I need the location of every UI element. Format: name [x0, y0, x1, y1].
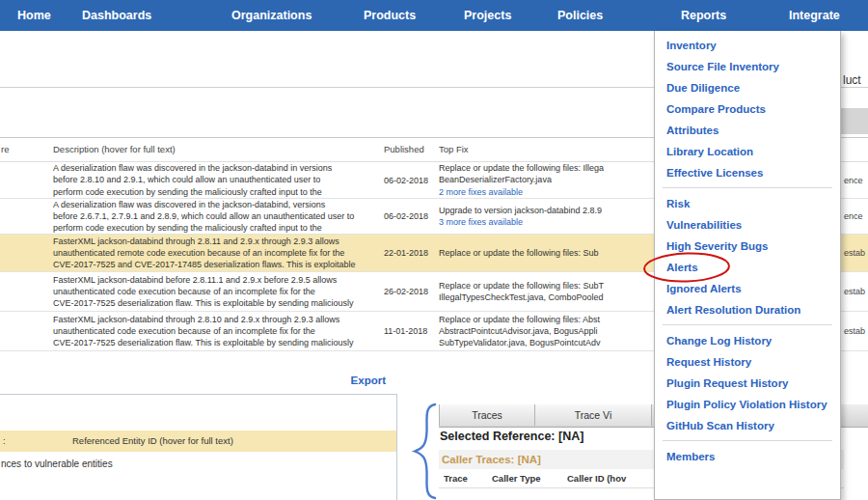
top-fix-cell: Replace or update the following files: S… [439, 235, 651, 271]
col-header-published[interactable]: Published [384, 137, 424, 161]
col-header-trace[interactable]: Trace [444, 473, 468, 484]
nav-item-integrate[interactable]: Integrate [789, 9, 840, 22]
more-fixes-link[interactable]: 3 more fixes available [439, 216, 651, 228]
menu-item-alerts[interactable]: Alerts [655, 257, 840, 278]
published-date: 11-01-2018 [384, 312, 427, 350]
menu-item-vulnerabilities[interactable]: Vulnerabilities [655, 214, 840, 236]
vuln-description: A deserialization flaw was discovered in… [53, 162, 391, 198]
menu-item-members[interactable]: Members [655, 446, 840, 467]
tab-traces[interactable]: Traces [439, 404, 535, 426]
ref-header-entity-id[interactable]: Referenced Entity ID (hover for full tex… [72, 431, 233, 452]
menu-item-risk[interactable]: Risk [655, 193, 840, 214]
menu-item-alert-resolution-duration[interactable]: Alert Resolution Duration [655, 299, 840, 320]
nav-item-reports[interactable]: Reports [681, 9, 726, 22]
menu-item-high-severity-bugs[interactable]: High Severity Bugs [655, 236, 840, 257]
published-date: 06-02-2018 [384, 162, 428, 198]
published-date: 06-02-2018 [384, 199, 428, 234]
top-fix-cell: Replace or update the following files: I… [439, 162, 651, 198]
vuln-description: A deserialization flaw was discovered in… [53, 199, 391, 234]
menu-item-plugin-request-history[interactable]: Plugin Request History [655, 373, 840, 394]
top-fix-cell: Replace or update the following files: A… [439, 312, 651, 350]
menu-divider [663, 187, 832, 188]
nav-item-organizations[interactable]: Organizations [231, 9, 312, 22]
col-header-description[interactable]: Description (hover for full text) [53, 137, 176, 161]
published-date: 26-02-2018 [384, 272, 428, 311]
menu-divider [663, 324, 832, 325]
reference-fragment: ence [844, 162, 863, 198]
nav-item-policies[interactable]: Policies [557, 9, 603, 22]
menu-item-request-history[interactable]: Request History [655, 351, 840, 373]
selected-reference-label: Selected Reference: [NA] [440, 430, 583, 443]
export-link[interactable]: Export [289, 375, 386, 386]
top-fix-cell: Upgrade to version jackson-databind 2.8.… [439, 199, 651, 234]
top-navbar: Home Dashboards Organizations Products P… [0, 0, 868, 31]
vuln-description: FasterXML jackson-databind before 2.8.11… [53, 272, 391, 311]
menu-item-inventory[interactable]: Inventory [655, 35, 840, 56]
reference-fragment: ence [844, 199, 863, 234]
menu-item-change-log-history[interactable]: Change Log History [655, 330, 840, 351]
nav-item-projects[interactable]: Projects [464, 9, 511, 22]
cut-off-button[interactable] [841, 108, 868, 134]
blue-brace-annotation [408, 403, 439, 500]
nav-item-dashboards[interactable]: Dashboards [82, 9, 151, 22]
product-name-fragment: luct [843, 73, 861, 87]
menu-item-source-file-inventory[interactable]: Source File Inventory [655, 56, 840, 77]
ref-header-fragment: : [3, 431, 6, 452]
menu-item-library-location[interactable]: Library Location [655, 141, 840, 162]
published-date: 22-01-2018 [384, 235, 428, 271]
top-fix-cell: Replace or update the following files: S… [439, 272, 651, 311]
vuln-description: FasterXML jackson-databind through 2.8.1… [53, 235, 391, 271]
col-header-score-fragment: re [1, 137, 9, 161]
menu-item-plugin-policy-violation-history[interactable]: Plugin Policy Violation History [655, 394, 840, 415]
menu-item-effective-licenses[interactable]: Effective Licenses [655, 162, 840, 183]
menu-item-compare-products[interactable]: Compare Products [655, 98, 840, 120]
vuln-description: FasterXML jackson-databind through 2.8.1… [53, 312, 391, 350]
menu-item-due-diligence[interactable]: Due Diligence [655, 77, 840, 98]
nav-item-products[interactable]: Products [364, 9, 416, 22]
menu-item-attributes[interactable]: Attributes [655, 120, 840, 141]
more-fixes-link[interactable]: 2 more fixes available [439, 186, 651, 198]
reference-fragment: estab [844, 272, 865, 311]
references-table-header: : Referenced Entity ID (hover for full t… [0, 431, 396, 452]
menu-divider [663, 440, 832, 441]
col-header-top-fix[interactable]: Top Fix [439, 137, 469, 161]
menu-item-ignored-alerts[interactable]: Ignored Alerts [655, 278, 840, 299]
references-table: : Referenced Entity ID (hover for full t… [0, 394, 397, 500]
nav-item-home[interactable]: Home [17, 9, 51, 22]
reference-fragment: estab [844, 312, 865, 350]
reference-fragment: estab [844, 235, 865, 271]
menu-item-github-scan-history[interactable]: GitHub Scan History [655, 415, 840, 436]
col-header-caller-id[interactable]: Caller ID (hov [567, 473, 626, 484]
app-screen: Home Dashboards Organizations Products P… [0, 0, 868, 500]
col-header-caller-type[interactable]: Caller Type [492, 473, 541, 484]
tab-trace-visualization[interactable]: Trace Vi [535, 404, 652, 426]
reference-row-fragment[interactable]: nces to vulnerable entities [1, 458, 113, 469]
reports-dropdown-menu: Inventory Source File Inventory Due Dili… [654, 31, 841, 500]
